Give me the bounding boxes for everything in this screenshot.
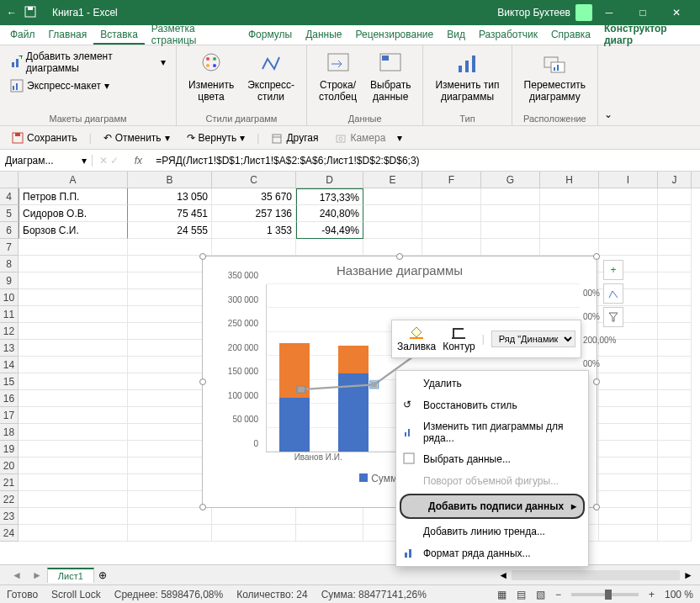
chart-styles-button[interactable] [603,283,623,304]
row-header[interactable]: 13 [0,340,19,357]
cell[interactable]: 75 451 [128,205,212,222]
bar[interactable] [338,346,369,452]
cell[interactable] [599,222,658,239]
zoom-slider[interactable] [571,593,639,596]
zoom-level[interactable]: 100 % [665,589,693,600]
cell[interactable] [658,491,692,508]
collapse-ribbon-button[interactable]: ⌄ [598,45,618,125]
cell[interactable] [599,525,658,542]
cell[interactable] [128,289,212,306]
row-header[interactable]: 22 [0,491,19,508]
cell[interactable] [128,441,212,458]
cell[interactable] [658,508,692,525]
row-header[interactable]: 15 [0,373,19,390]
col-header[interactable]: D [296,172,363,188]
cell[interactable] [658,458,692,474]
move-chart-button[interactable]: Переместить диаграмму [519,49,591,104]
cell[interactable] [212,239,296,256]
row-header[interactable]: 11 [0,306,19,323]
cell[interactable] [128,272,212,289]
cell[interactable] [19,424,128,441]
qat-undo-button[interactable]: ↶ Отменить ▾ [98,130,175,145]
cell[interactable] [658,272,692,289]
formula-input[interactable] [151,155,700,167]
col-header[interactable]: A [19,172,128,188]
cell[interactable] [599,508,658,525]
fx-icon[interactable]: fx [125,155,151,167]
cell[interactable] [128,458,212,474]
view-normal-icon[interactable]: ▦ [497,589,506,600]
row-header[interactable]: 24 [0,525,19,542]
cell[interactable] [658,525,692,542]
user-info[interactable]: Виктор Бухтеев [497,4,592,21]
cell[interactable] [599,205,658,222]
col-header[interactable]: F [422,172,481,188]
cell[interactable] [128,306,212,323]
row-header[interactable]: 4 [0,188,19,205]
menu-select-data[interactable]: Выбрать данные... [396,448,588,470]
cell[interactable] [363,239,422,256]
cell[interactable] [658,474,692,491]
fill-button[interactable]: Заливка [397,325,436,352]
view-pagebreak-icon[interactable]: ▧ [536,589,545,600]
tab-главная[interactable]: Главная [42,26,94,45]
cell[interactable] [19,407,128,424]
cell[interactable] [658,239,692,256]
cell[interactable] [481,222,540,239]
row-header[interactable]: 14 [0,357,19,373]
cell[interactable] [212,525,296,542]
sheet-nav-prev[interactable]: ◄ [7,569,27,581]
cell[interactable] [19,441,128,458]
quick-styles-button[interactable]: Экспресс- стили [242,49,300,104]
cell[interactable]: 13 050 [128,188,212,205]
zoom-out-button[interactable]: − [555,589,561,600]
bar[interactable] [279,343,310,452]
tab-вид[interactable]: Вид [440,26,472,45]
cell[interactable] [128,239,212,256]
cell[interactable] [19,474,128,491]
cell[interactable] [599,239,658,256]
cell[interactable] [19,373,128,390]
qat-other-button[interactable]: Другая [266,130,323,145]
col-header[interactable]: E [363,172,422,188]
back-icon[interactable]: ← [7,7,17,19]
sheet-nav-next[interactable]: ► [27,569,47,581]
cell[interactable] [19,306,128,323]
col-header[interactable]: H [540,172,599,188]
cell[interactable] [128,474,212,491]
add-chart-element-button[interactable]: +Добавить элемент диаграммы ▾ [7,49,169,76]
add-sheet-button[interactable]: ⊕ [94,569,111,581]
cell[interactable] [422,205,481,222]
cell[interactable] [19,340,128,357]
cell[interactable] [540,188,599,205]
cell[interactable] [19,272,128,289]
row-header[interactable]: 6 [0,222,19,239]
save-icon[interactable] [24,5,37,21]
cell[interactable]: 1 353 [212,222,296,239]
change-colors-button[interactable]: Изменить цвета [183,49,239,104]
cell[interactable] [363,222,422,239]
cell[interactable]: -94,49% [296,222,363,239]
cell[interactable] [363,188,422,205]
row-header[interactable]: 23 [0,508,19,525]
tab-справка[interactable]: Справка [544,26,597,45]
qat-save-button[interactable]: Сохранить [7,130,82,145]
select-data-button[interactable]: Выбрать данные [365,49,416,104]
qat-camera-button[interactable]: Камера [330,130,390,145]
cell[interactable] [128,323,212,340]
cell[interactable] [658,357,692,373]
outline-button[interactable]: Контур [443,325,475,352]
cell[interactable]: Петров П.П. [19,188,128,205]
row-header[interactable]: 5 [0,205,19,222]
cell[interactable] [19,508,128,525]
col-header[interactable]: J [658,172,692,188]
tab-рецензирование[interactable]: Рецензирование [349,26,441,45]
view-layout-icon[interactable]: ▤ [517,589,526,600]
col-header[interactable]: I [599,172,658,188]
cell[interactable]: Борзов С.И. [19,222,128,239]
cell[interactable]: Сидоров О.В. [19,205,128,222]
row-header[interactable]: 21 [0,474,19,491]
cell[interactable]: 173,33% [296,188,363,205]
cell[interactable] [128,340,212,357]
cell[interactable] [128,357,212,373]
